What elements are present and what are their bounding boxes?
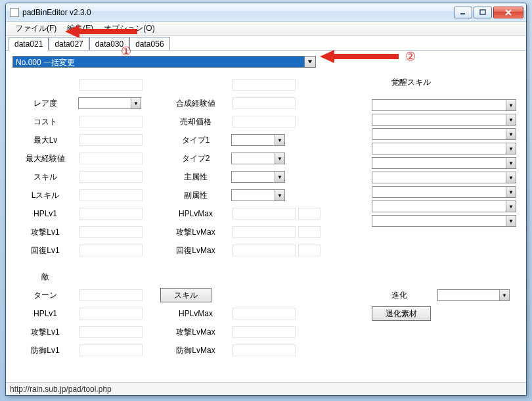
- type2-dropdown[interactable]: ▼: [231, 153, 285, 164]
- type1-dropdown[interactable]: ▼: [231, 134, 285, 146]
- enemy-atklvmax-input[interactable]: [233, 326, 296, 338]
- chevron-down-icon: [307, 59, 313, 64]
- chevron-down-icon: ▼: [506, 129, 516, 139]
- mainattr-dropdown[interactable]: ▼: [231, 171, 285, 183]
- awaken-dropdown-5[interactable]: ▼: [372, 157, 516, 169]
- awaken-dropdown-4[interactable]: ▼: [372, 143, 516, 154]
- close-button[interactable]: [493, 7, 523, 18]
- maxlv-input[interactable]: [79, 134, 143, 146]
- annotation-label-2: ②: [405, 49, 416, 64]
- atklv1-input[interactable]: [79, 226, 143, 238]
- app-window: padBinEditor v2.3.0 ファイル(F) 編集(E) オプション(…: [5, 3, 527, 396]
- tab-data021[interactable]: data021: [9, 37, 49, 51]
- client-area: No.000 一括変更 レア度 コスト 最大Lv 最大経験値 スキル Lスキル …: [6, 51, 526, 382]
- window-buttons: [454, 7, 523, 18]
- menu-file[interactable]: ファイル(F): [10, 22, 62, 35]
- enemy-atklv1-input[interactable]: [79, 326, 143, 338]
- enemy-deflv1-input[interactable]: [79, 344, 143, 356]
- evolve-dropdown[interactable]: ▼: [437, 289, 510, 301]
- label-awaken: 覚醒スキル: [372, 76, 520, 89]
- chevron-down-icon: ▼: [275, 153, 284, 164]
- label-rcvlv1: 回復Lv1: [14, 244, 77, 257]
- maxexp-input[interactable]: [79, 153, 143, 164]
- label-skill: スキル: [14, 170, 77, 183]
- label-atklvmax: 攻撃LvMax: [162, 225, 230, 239]
- lskill-input[interactable]: [79, 189, 143, 201]
- subattr-dropdown[interactable]: ▼: [231, 189, 285, 201]
- label-maxlv: 最大Lv: [14, 133, 77, 147]
- enemy-hplvmax-input[interactable]: [233, 308, 296, 319]
- chevron-down-icon: ▼: [275, 172, 284, 182]
- awaken-dropdown-2[interactable]: ▼: [372, 114, 516, 126]
- chevron-down-icon: ▼: [506, 158, 516, 168]
- cost-input[interactable]: [79, 116, 143, 128]
- label-hplvmax: HPLvMax: [162, 207, 230, 220]
- label-enemy-atklvmax: 攻撃LvMax: [162, 325, 230, 339]
- label-type1: タイプ1: [162, 133, 230, 147]
- maximize-icon: [479, 9, 486, 16]
- chevron-down-icon: ▼: [506, 114, 516, 125]
- name-input[interactable]: [79, 79, 143, 91]
- label-enemy-hplv1: HPLv1: [14, 307, 77, 320]
- label-atklv1: 攻撃Lv1: [14, 225, 77, 239]
- chevron-down-icon: ▼: [506, 187, 516, 197]
- chevron-down-icon: ▼: [131, 98, 141, 108]
- label-rcvlvmax: 回復LvMax: [162, 244, 230, 257]
- chevron-down-icon: ▼: [506, 201, 516, 212]
- record-selector[interactable]: No.000 一括変更: [12, 56, 520, 68]
- hplvmax-input[interactable]: [233, 208, 296, 220]
- sell-input[interactable]: [233, 116, 296, 128]
- enemy-skill-button[interactable]: スキル: [160, 288, 211, 302]
- label-subattr: 副属性: [162, 189, 230, 202]
- awaken-dropdown-7[interactable]: ▼: [372, 186, 516, 198]
- chevron-down-icon: ▼: [275, 135, 284, 145]
- statusbar-text: http://rain.sub.jp/pad/tool.php: [10, 385, 112, 394]
- record-selector-button[interactable]: [304, 56, 316, 68]
- rcvlvmax-input[interactable]: [233, 245, 296, 256]
- awaken-dropdown-8[interactable]: ▼: [372, 200, 516, 212]
- chevron-down-icon: ▼: [275, 190, 284, 200]
- atk-extra-input[interactable]: [298, 226, 321, 238]
- label-fuseexp: 合成経験値: [162, 97, 230, 110]
- subname-input[interactable]: [233, 79, 296, 91]
- label-lskill: Lスキル: [14, 189, 77, 202]
- label-enemy-atklv1: 攻撃Lv1: [14, 325, 77, 339]
- label-rarity: レア度: [14, 97, 77, 110]
- rcvlv1-input[interactable]: [79, 245, 143, 256]
- rcv-extra-input[interactable]: [298, 245, 321, 256]
- close-icon: [504, 9, 512, 16]
- label-enemy-deflvmax: 防御LvMax: [162, 344, 230, 357]
- record-selector-value: No.000 一括変更: [12, 56, 304, 68]
- maximize-button[interactable]: [474, 7, 492, 18]
- fuseexp-input[interactable]: [233, 97, 296, 109]
- enemy-deflvmax-input[interactable]: [233, 344, 296, 356]
- hplv1-input[interactable]: [79, 208, 143, 220]
- label-type2: タイプ2: [162, 152, 230, 165]
- skill-input[interactable]: [79, 171, 143, 183]
- awaken-dropdown-6[interactable]: ▼: [372, 172, 516, 183]
- rarity-dropdown[interactable]: ▼: [78, 97, 141, 109]
- label-enemy-deflv1: 防御Lv1: [14, 344, 77, 357]
- minimize-button[interactable]: [454, 7, 472, 18]
- chevron-down-icon: ▼: [506, 143, 516, 154]
- annotation-arrow-2: ②: [320, 51, 416, 62]
- hp-extra-input[interactable]: [298, 208, 321, 220]
- awaken-dropdown-1[interactable]: ▼: [372, 99, 516, 111]
- awaken-dropdown-9[interactable]: ▼: [372, 215, 516, 227]
- atklvmax-input[interactable]: [233, 226, 296, 238]
- tab-data056[interactable]: data056: [129, 37, 169, 50]
- label-cost: コスト: [14, 115, 77, 128]
- label-evolve: 進化: [373, 289, 426, 302]
- svg-rect-1: [480, 10, 485, 14]
- annotation-label-1: ①: [121, 44, 131, 59]
- chevron-down-icon: ▼: [506, 100, 516, 110]
- label-hplv1: HPLv1: [14, 207, 77, 220]
- enemy-hplv1-input[interactable]: [79, 308, 143, 319]
- label-maxexp: 最大経験値: [14, 152, 77, 165]
- tab-data027[interactable]: data027: [49, 37, 89, 50]
- window-title: padBinEditor v2.3.0: [22, 8, 91, 17]
- devolve-button[interactable]: 退化素材: [372, 306, 431, 321]
- awaken-dropdown-3[interactable]: ▼: [372, 128, 516, 140]
- label-enemy: 敵: [14, 270, 77, 283]
- turn-input[interactable]: [79, 289, 143, 301]
